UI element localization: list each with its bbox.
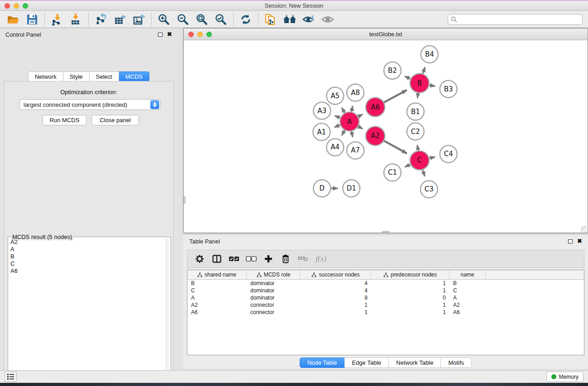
svg-text:A6: A6 [371,103,380,111]
zoom-selected-button[interactable] [211,12,230,27]
graph-node-D1[interactable]: D1 [343,180,360,197]
search-field[interactable] [448,14,583,25]
resize-grip[interactable] [581,226,587,232]
toolbar-separator [151,13,152,26]
graph-node-C3[interactable]: C3 [421,181,438,198]
table-cell: B [449,280,486,286]
network-canvas[interactable]: B4B2BB3A5A8A6B1A3AC2A1A2A4A7C4CC1C3DD1 [184,40,588,233]
graph-node-A2[interactable]: A2 [366,127,385,146]
unselect-all-button[interactable] [244,252,259,266]
show-graphics-button[interactable] [299,12,318,27]
table-cell: A6 [187,309,247,315]
graph-node-A8[interactable]: A8 [347,84,364,101]
table-row[interactable]: A6connector11A6 [187,309,584,316]
tab-style[interactable]: Style [63,71,90,81]
save-session-button[interactable] [23,12,42,27]
graph-node-B1[interactable]: B1 [407,103,424,120]
column-header-empty [486,270,584,279]
graph-node-A6[interactable]: A6 [366,98,385,117]
close-table-panel-icon[interactable]: ✖ [577,239,582,243]
export-table-button[interactable] [110,12,129,27]
select-all-button[interactable] [226,252,242,266]
table-settings-button[interactable] [192,252,207,266]
refresh-button[interactable] [236,12,255,27]
column-header-successor-nodes[interactable]: successor nodes [301,270,371,279]
table-row[interactable]: A2connector11A2 [187,301,584,309]
horizontal-scroll-indicator[interactable] [382,231,389,233]
import-table-icon [70,13,82,26]
graph-edge-A6-B[interactable] [383,90,407,103]
vertical-scroll-indicator[interactable] [184,196,186,204]
tab-network[interactable]: Network [28,71,63,81]
table-row[interactable]: Cdominator41C [187,287,584,294]
result-scrollbar[interactable] [166,238,170,386]
mcds-result-item[interactable]: B [8,253,166,261]
memory-status-icon [551,374,556,379]
tab-node-table[interactable]: Node Table [300,357,345,368]
mcds-result-item[interactable]: A [8,246,166,253]
graph-node-A[interactable]: A [340,112,359,131]
float-table-panel-icon[interactable] [568,239,573,243]
table-cell: connector [247,309,301,315]
zoom-out-button[interactable] [173,12,192,27]
tab-edge-table[interactable]: Edge Table [344,357,389,368]
table-row[interactable]: Bdominator41B [187,280,584,287]
network-document-button[interactable] [261,12,280,27]
search-input[interactable] [459,16,579,23]
column-header-mcds-role[interactable]: MCDS role [247,270,301,279]
graph-node-A4[interactable]: A4 [326,138,344,156]
float-panel-icon[interactable] [158,33,163,37]
graph-node-C[interactable]: C [410,151,429,170]
tab-select[interactable]: Select [90,71,119,81]
graph-node-A7[interactable]: A7 [347,142,364,159]
graph-node-D[interactable]: D [313,180,330,197]
close-panel-icon[interactable]: ✖ [167,32,172,37]
close-panel-button[interactable]: Close panel [91,115,139,125]
tab-mcds[interactable]: MCDS [119,71,149,81]
eye-button[interactable] [318,12,337,27]
table-cell: 1 [371,287,449,294]
run-mcds-button[interactable]: Run MCDS [43,115,86,125]
table-row[interactable]: Adominator80A [187,294,584,301]
graph-node-A1[interactable]: A1 [313,124,330,141]
task-history-button[interactable] [5,372,17,382]
graph-node-A3[interactable]: A3 [313,102,330,119]
column-header-predecessor-nodes[interactable]: predecessor nodes [371,270,449,279]
graph-node-B4[interactable]: B4 [421,46,438,63]
graph-node-C2[interactable]: C2 [407,123,424,140]
graph-node-C4[interactable]: C4 [440,145,457,162]
graph-node-A5[interactable]: A5 [326,87,344,105]
graph-node-B2[interactable]: B2 [384,62,401,79]
column-header-name[interactable]: name [449,270,486,279]
import-network-button[interactable] [48,12,67,27]
homes-button[interactable] [280,12,299,27]
save-floppy-icon [26,14,38,25]
mcds-result-item[interactable]: A6 [8,268,166,275]
memory-button[interactable]: Memory [546,372,583,382]
column-header-shared-name[interactable]: shared name [187,270,247,279]
mcds-result-item[interactable]: A2 [8,239,166,246]
mcds-result-item[interactable]: C [8,261,166,268]
delete-column-button[interactable] [278,252,293,266]
open-session-button[interactable] [4,12,23,27]
delete-table-button[interactable] [295,252,311,266]
show-columns-button[interactable] [209,252,225,266]
export-image-button[interactable] [129,12,148,27]
graph-node-C1[interactable]: C1 [384,164,401,181]
function-builder-button[interactable]: f(x) [312,252,328,266]
network-graph[interactable]: B4B2BB3A5A8A6B1A3AC2A1A2A4A7C4CC1C3DD1 [184,40,588,233]
add-column-button[interactable] [261,252,276,266]
zoom-in-button[interactable] [154,12,173,27]
tab-network-table[interactable]: Network Table [389,357,441,368]
table-cell: A6 [449,309,486,315]
criterion-dropdown[interactable]: largest connected component (directed) [19,99,161,110]
graph-node-B[interactable]: B [410,74,429,93]
graph-edge-A2-C[interactable] [383,140,407,153]
memory-label: Memory [559,374,578,380]
zoom-fit-button[interactable] [192,12,211,27]
graph-node-B3[interactable]: B3 [440,81,457,98]
export-network-button[interactable] [91,12,110,27]
svg-text:C4: C4 [444,150,453,158]
import-table-button[interactable] [67,12,86,27]
tab-motifs[interactable]: Motifs [441,357,472,368]
